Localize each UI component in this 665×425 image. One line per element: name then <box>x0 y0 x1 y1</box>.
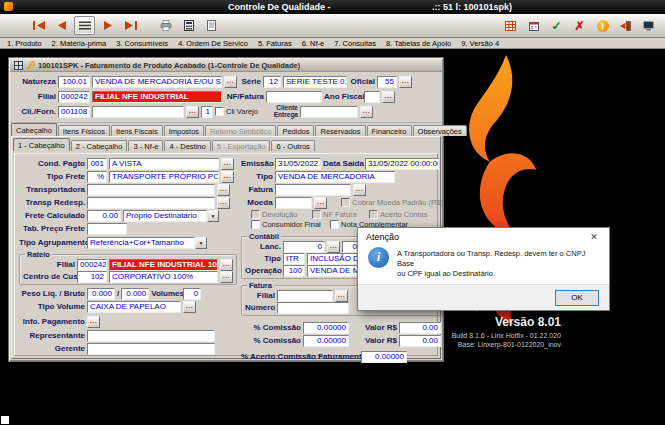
consumidor-final-checkbox[interactable] <box>251 220 260 229</box>
natureza-desc-input[interactable]: VENDA DE MERCADORIA E/OU SERVI <box>92 76 222 88</box>
cancel-button[interactable]: ✗ <box>569 16 590 35</box>
valor-representante-input[interactable]: 0.00 <box>399 322 441 334</box>
cli-forn-code-input[interactable]: 001108 <box>58 106 90 118</box>
info-pagamento-lookup-button[interactable]: ... <box>87 316 100 328</box>
contabil-tipo-code-input[interactable]: ITR <box>283 253 305 265</box>
gerente-input[interactable] <box>87 343 215 355</box>
dialog-close-button[interactable]: ✕ <box>579 228 609 246</box>
peso-liq-input[interactable]: 0.000 <box>87 288 115 300</box>
subtab-1-cabecalho[interactable]: 1 - Cabeçalho <box>13 138 70 151</box>
tab-itens-fiscais[interactable]: Itens Fiscais <box>111 125 163 136</box>
filial-code-input[interactable]: 000242 <box>58 91 90 103</box>
subtab-2-cabecalho[interactable]: 2 - Cabeçalho <box>71 140 128 151</box>
calculator-button[interactable] <box>178 16 199 35</box>
oficial-input[interactable]: 55 <box>377 76 397 88</box>
browse-list-button[interactable] <box>74 16 95 35</box>
window-titlebar[interactable]: 100101SPK - Faturamento de Produto Acaba… <box>10 59 442 72</box>
acerto-comissao-input[interactable]: 0.00000 <box>361 351 407 363</box>
ano-fiscal-lookup-button[interactable]: ... <box>382 91 395 103</box>
tab-pedidos[interactable]: Pedidos <box>277 125 314 136</box>
tipo-agrupamento-combo[interactable]: Referência+Cor+Tamanho ▼ <box>87 237 207 249</box>
tipo-frete-desc-input[interactable]: TRANSPORTE PRÓPRIO POR CONTA D <box>109 171 219 183</box>
menu-versao-4[interactable]: 9. Versão 4 <box>456 39 504 48</box>
menu-faturas[interactable]: 5. Faturas <box>253 39 297 48</box>
data-saida-input[interactable]: 31/05/2022 00:00:00 <box>365 158 439 170</box>
comissao-representante-input[interactable]: 0.00000 <box>303 322 349 334</box>
tab-reservados[interactable]: Reservados <box>315 125 365 136</box>
tipo-frete-code-input[interactable]: % <box>87 171 107 183</box>
ano-fiscal-input[interactable] <box>364 91 380 103</box>
centro-custo-code-input[interactable]: 102 <box>77 271 107 283</box>
tab-cabecalho[interactable]: Cabeçalho <box>11 123 57 136</box>
volumes-input[interactable]: 0 <box>183 288 201 300</box>
tab-itens-fisicos[interactable]: Itens Físicos <box>58 125 110 136</box>
chevron-down-icon[interactable]: ▼ <box>207 210 219 222</box>
menu-produto[interactable]: 1. Produto <box>2 39 47 48</box>
cli-forn-seq-input[interactable]: 1 <box>201 106 213 118</box>
transportadora-input[interactable] <box>87 184 215 196</box>
centro-custo-lookup-button[interactable]: ... <box>220 271 233 283</box>
dialog-titlebar[interactable]: Atenção ✕ <box>358 228 609 246</box>
operacao-code-input[interactable]: 100 <box>283 265 305 277</box>
nota-complementar-checkbox[interactable] <box>330 220 339 229</box>
cliente-entrega-lookup-button[interactable]: ... <box>360 106 373 118</box>
cliente-entrega-input[interactable] <box>300 106 358 118</box>
alert-button[interactable]: ! <box>592 16 613 35</box>
centro-custo-desc-input[interactable]: CORPORATIVO 100% <box>109 271 218 283</box>
frete-tipo-combo-value[interactable]: Próprio Destinatário <box>123 210 207 222</box>
transp-redesp-lookup-button[interactable]: ... <box>217 197 230 209</box>
table-button[interactable] <box>500 16 521 35</box>
tipo-volume-lookup-button[interactable]: ... <box>183 301 196 313</box>
tipo-frete-lookup-button[interactable]: ... <box>221 171 234 183</box>
exit-button[interactable] <box>615 16 636 35</box>
menu-consultas[interactable]: 7. Consultas <box>329 39 381 48</box>
menu-tabelas-de-apoio[interactable]: 8. Tabelas de Apoio <box>381 39 456 48</box>
power-button[interactable] <box>638 16 659 35</box>
first-record-button[interactable] <box>28 16 49 35</box>
menu-consumiveis[interactable]: 3. Consumíveis <box>111 39 173 48</box>
subtab-4-destino[interactable]: 4 - Destino <box>164 140 210 151</box>
fatura-input[interactable] <box>275 184 351 196</box>
report-button[interactable] <box>201 16 222 35</box>
fatura-filial-input[interactable] <box>277 290 333 302</box>
printer-button[interactable] <box>155 16 176 35</box>
numero-input[interactable] <box>277 302 349 314</box>
lanc-lookup-button[interactable]: ... <box>327 241 340 253</box>
menu-ordem-de-servico[interactable]: 4. Ordem De Servico <box>173 39 253 48</box>
cond-pagto-desc-input[interactable]: A VISTA <box>109 158 219 170</box>
serie-desc-input[interactable]: SERIE TESTE 01.1 <box>283 76 347 88</box>
rateio-filial-lookup-button[interactable]: ... <box>220 259 233 271</box>
subtab-3-nfe[interactable]: 3 - Nf-e <box>128 140 163 151</box>
tab-observacoes[interactable]: Observações <box>413 125 467 136</box>
rateio-filial-code-input[interactable]: 000242 <box>77 259 107 271</box>
serie-lookup-button[interactable]: ... <box>399 76 412 88</box>
filial-desc-input[interactable]: FILIAL NFE INDUSTRIAL <box>92 91 222 103</box>
menu-materia-prima[interactable]: 2. Matéria-prima <box>47 39 112 48</box>
rateio-filial-desc-input[interactable]: FILIAL NFE INDUSTRIAL 100% <box>109 259 218 271</box>
emissao-input[interactable]: 31/05/2022 <box>275 158 321 170</box>
subtab-6-outros[interactable]: 6 - Outros <box>271 140 314 151</box>
tipo-volume-input[interactable]: CAIXA DE PAPELAO <box>87 301 181 313</box>
serie-code-input[interactable]: 12 <box>263 76 281 88</box>
cond-pagto-lookup-button[interactable]: ... <box>221 158 234 170</box>
chevron-down-icon[interactable]: ▼ <box>195 237 207 249</box>
transp-redesp-input[interactable] <box>87 197 215 209</box>
cli-forn-desc-input[interactable] <box>92 106 184 118</box>
tipo-agrupamento-combo-value[interactable]: Referência+Cor+Tamanho <box>87 237 195 249</box>
tab-financeiro[interactable]: Financeiro <box>367 125 412 136</box>
nf-fatura-input[interactable] <box>266 91 322 103</box>
frete-tipo-combo[interactable]: Próprio Destinatário ▼ <box>123 210 219 222</box>
cli-varejo-checkbox[interactable] <box>215 107 224 116</box>
frete-calculado-input[interactable]: 0.00 <box>87 210 121 222</box>
calendar-button[interactable] <box>523 16 544 35</box>
lanc-input[interactable]: 0 <box>283 241 325 253</box>
menu-nfe[interactable]: 6. Nf-e <box>297 39 330 48</box>
tab-preco-frete-input[interactable] <box>87 223 127 235</box>
last-record-button[interactable] <box>120 16 141 35</box>
moeda-lookup-button[interactable]: ... <box>314 197 327 209</box>
ok-button[interactable]: OK <box>555 290 599 306</box>
cond-pagto-code-input[interactable]: 001 <box>87 158 107 170</box>
moeda-input[interactable] <box>275 197 313 209</box>
transportadora-lookup-button[interactable]: ... <box>217 184 230 196</box>
prior-record-button[interactable] <box>51 16 72 35</box>
